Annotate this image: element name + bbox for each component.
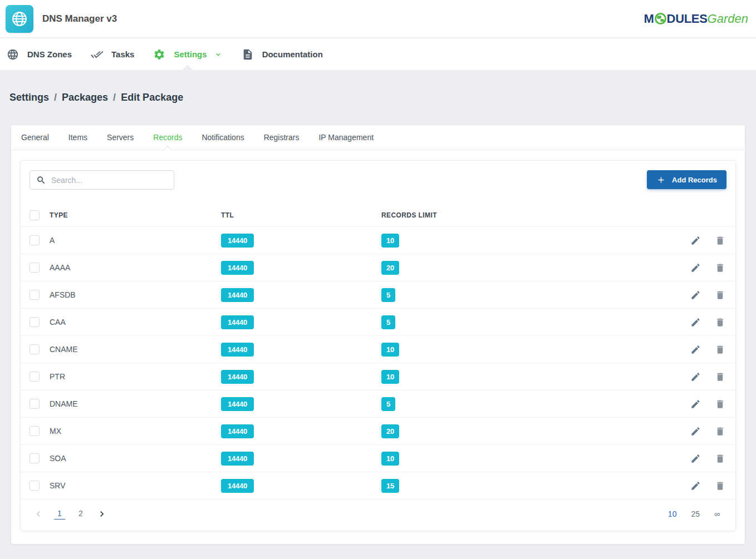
records-limit-badge: 15 xyxy=(381,479,399,493)
breadcrumb-item-packages[interactable]: Packages xyxy=(62,92,108,103)
edit-icon xyxy=(690,290,701,300)
page-size-25[interactable]: 25 xyxy=(691,509,700,518)
brand-middle: DULES xyxy=(667,12,708,26)
row-checkbox[interactable] xyxy=(30,263,40,273)
globe-icon xyxy=(7,48,19,61)
delete-record-button[interactable] xyxy=(715,317,725,328)
tab-records[interactable]: Records xyxy=(152,126,183,149)
delete-icon xyxy=(715,453,725,464)
delete-record-button[interactable] xyxy=(715,372,725,382)
nav-item-settings[interactable]: Settings xyxy=(153,48,222,61)
edit-record-button[interactable] xyxy=(690,372,701,382)
records-limit-badge: 10 xyxy=(381,234,399,248)
delete-record-button[interactable] xyxy=(715,235,725,246)
delete-record-button[interactable] xyxy=(715,426,725,437)
ttl-badge: 14440 xyxy=(221,261,254,275)
delete-record-button[interactable] xyxy=(715,290,725,300)
tab-general[interactable]: General xyxy=(20,126,50,149)
table-row-mx: MX1444020 xyxy=(21,418,735,445)
delete-icon xyxy=(715,426,725,437)
row-checkbox[interactable] xyxy=(30,399,40,409)
ttl-badge: 14440 xyxy=(221,452,254,466)
ttl-badge: 14440 xyxy=(221,343,254,357)
tab-notifications[interactable]: Notifications xyxy=(200,126,245,149)
nav-item-dns-zones[interactable]: DNS Zones xyxy=(7,48,72,61)
row-checkbox[interactable] xyxy=(30,481,40,491)
column-header-records-limit: RECORDS LIMIT xyxy=(381,211,669,219)
page-number-2[interactable]: 2 xyxy=(75,509,86,519)
previous-page-button[interactable] xyxy=(33,508,44,520)
row-checkbox[interactable] xyxy=(30,426,40,436)
delete-record-button[interactable] xyxy=(715,453,725,464)
row-checkbox[interactable] xyxy=(30,453,40,463)
breadcrumb-item-settings[interactable]: Settings xyxy=(9,92,49,103)
add-records-label: Add Records xyxy=(672,176,717,184)
records-panel: Add Records TYPE TTL RECORDS LIMIT A1444… xyxy=(20,160,736,531)
edit-record-button[interactable] xyxy=(690,344,701,355)
edit-icon xyxy=(690,372,701,382)
select-all-checkbox[interactable] xyxy=(30,210,40,220)
row-checkbox[interactable] xyxy=(30,290,40,300)
column-header-ttl: TTL xyxy=(221,211,381,219)
next-page-button[interactable] xyxy=(96,508,107,520)
edit-icon xyxy=(690,344,701,355)
tab-items[interactable]: Items xyxy=(67,126,89,149)
delete-record-button[interactable] xyxy=(715,263,725,273)
delete-record-button[interactable] xyxy=(715,399,725,409)
search-input[interactable] xyxy=(51,176,174,185)
type-cell: DNAME xyxy=(50,399,221,408)
tab-servers[interactable]: Servers xyxy=(106,126,135,149)
chevron-left-icon xyxy=(33,508,44,520)
table-row-soa: SOA1444010 xyxy=(21,445,735,472)
table-row-afsdb: AFSDB144405 xyxy=(21,281,735,309)
tab-ip-management[interactable]: IP Management xyxy=(317,126,375,149)
edit-icon xyxy=(690,426,701,437)
page-size-10[interactable]: 10 xyxy=(668,509,677,518)
edit-record-button[interactable] xyxy=(690,290,701,300)
breadcrumb-separator: / xyxy=(113,92,116,103)
records-limit-badge: 5 xyxy=(381,315,395,329)
edit-record-button[interactable] xyxy=(690,263,701,273)
globe-icon xyxy=(10,9,29,28)
nav-item-documentation[interactable]: Documentation xyxy=(242,48,323,61)
app-logo xyxy=(6,5,33,33)
delete-icon xyxy=(715,263,725,273)
add-records-button[interactable]: Add Records xyxy=(647,170,726,189)
edit-record-button[interactable] xyxy=(690,481,701,491)
tab-registrars[interactable]: Registrars xyxy=(263,126,301,149)
records-limit-badge: 10 xyxy=(381,343,399,357)
chevron-down-icon xyxy=(214,50,223,59)
records-limit-badge: 20 xyxy=(381,424,399,438)
delete-icon xyxy=(715,344,725,355)
delete-record-button[interactable] xyxy=(715,344,725,355)
delete-icon xyxy=(715,372,725,382)
edit-record-button[interactable] xyxy=(690,453,701,464)
plus-icon xyxy=(656,175,666,185)
row-checkbox[interactable] xyxy=(30,317,40,327)
table-row-cname: CNAME1444010 xyxy=(21,336,735,363)
gear-icon xyxy=(153,48,165,61)
row-checkbox[interactable] xyxy=(30,372,40,382)
type-cell: MX xyxy=(50,427,221,436)
breadcrumb-item-edit-package[interactable]: Edit Package xyxy=(121,92,183,103)
nav-item-tasks[interactable]: Tasks xyxy=(91,48,134,61)
column-header-type: TYPE xyxy=(50,211,221,219)
page-number-1[interactable]: 1 xyxy=(54,509,65,520)
nav-item-label: Documentation xyxy=(262,50,323,59)
page-size-infinity[interactable]: ∞ xyxy=(714,509,720,518)
ttl-badge: 14440 xyxy=(221,424,254,438)
content-card: GeneralItemsServersRecordsNotificationsR… xyxy=(11,125,745,544)
table-row-caa: CAA144405 xyxy=(21,309,735,336)
type-cell: CNAME xyxy=(50,345,221,354)
edit-record-button[interactable] xyxy=(690,426,701,437)
edit-record-button[interactable] xyxy=(690,399,701,409)
type-cell: A xyxy=(50,236,221,245)
records-limit-badge: 20 xyxy=(381,261,399,275)
edit-record-button[interactable] xyxy=(690,235,701,246)
search-box xyxy=(30,170,174,190)
edit-record-button[interactable] xyxy=(690,317,701,328)
row-checkbox[interactable] xyxy=(30,344,40,354)
delete-record-button[interactable] xyxy=(715,481,725,491)
ttl-badge: 14440 xyxy=(221,315,254,329)
row-checkbox[interactable] xyxy=(30,235,40,245)
